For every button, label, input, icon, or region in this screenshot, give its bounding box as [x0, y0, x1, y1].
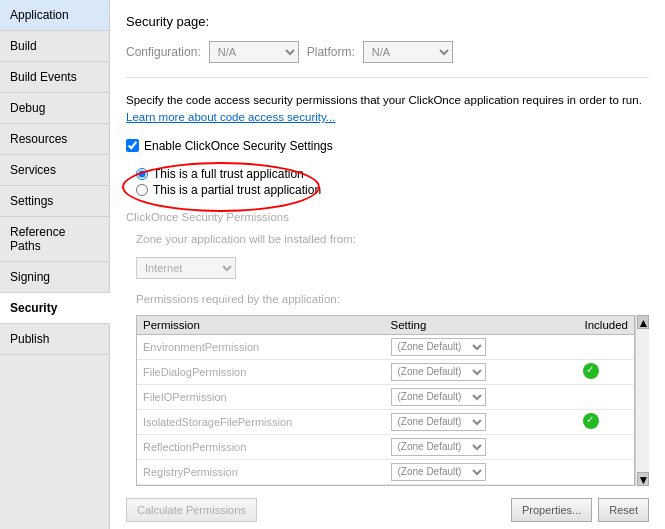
config-select[interactable]: N/A	[209, 41, 299, 63]
permission-setting: (Zone Default)	[385, 409, 549, 434]
sidebar-item-security[interactable]: Security	[0, 293, 110, 324]
reset-button[interactable]: Reset	[598, 498, 649, 522]
divider	[126, 77, 649, 78]
full-trust-radio[interactable]	[136, 168, 148, 180]
properties-button[interactable]: Properties...	[511, 498, 592, 522]
enable-checkbox-row: Enable ClickOnce Security Settings	[126, 139, 649, 153]
sidebar-item-debug[interactable]: Debug	[0, 93, 109, 124]
sidebar-item-settings[interactable]: Settings	[0, 186, 109, 217]
included-cell	[549, 384, 634, 409]
full-trust-row: This is a full trust application	[136, 167, 649, 181]
col-setting: Setting	[385, 316, 549, 335]
sidebar: Application Build Build Events Debug Res…	[0, 0, 110, 529]
sidebar-item-resources[interactable]: Resources	[0, 124, 109, 155]
setting-select: (Zone Default)	[391, 363, 486, 381]
sidebar-item-signing[interactable]: Signing	[0, 262, 109, 293]
partial-trust-row: This is a partial trust application	[136, 183, 649, 197]
permissions-table-container: Permission Setting Included EnvironmentP…	[126, 315, 649, 486]
table-row: FileDialogPermission(Zone Default)	[137, 359, 634, 384]
included-cell	[549, 459, 634, 484]
enable-clickonce-checkbox[interactable]	[126, 139, 139, 152]
table-row: FileIOPermission(Zone Default)	[137, 384, 634, 409]
table-row: RegistryPermission(Zone Default)	[137, 459, 634, 484]
platform-select[interactable]: N/A	[363, 41, 453, 63]
zone-row: Zone your application will be installed …	[136, 233, 649, 245]
table-row: EnvironmentPermission(Zone Default)	[137, 334, 634, 359]
permission-setting: (Zone Default)	[385, 334, 549, 359]
main-content: Security page: Configuration: N/A Platfo…	[110, 0, 665, 529]
calculate-permissions-button[interactable]: Calculate Permissions	[126, 498, 257, 522]
included-cell	[549, 359, 634, 384]
permission-setting: (Zone Default)	[385, 459, 549, 484]
platform-label: Platform:	[307, 45, 355, 59]
setting-select: (Zone Default)	[391, 463, 486, 481]
description-text: Specify the code access security permiss…	[126, 92, 649, 127]
table-row: IsolatedStorageFilePermission(Zone Defau…	[137, 409, 634, 434]
learn-more-link[interactable]: Learn more about code access security...	[126, 111, 335, 123]
scroll-up[interactable]: ▲	[637, 315, 649, 329]
zone-select: Internet	[136, 257, 236, 279]
permission-setting: (Zone Default)	[385, 384, 549, 409]
partial-trust-radio[interactable]	[136, 184, 148, 196]
sidebar-item-build[interactable]: Build	[0, 31, 109, 62]
included-checkmark	[583, 363, 599, 379]
permission-name: IsolatedStorageFilePermission	[137, 409, 385, 434]
setting-select: (Zone Default)	[391, 438, 486, 456]
partial-trust-label: This is a partial trust application	[153, 183, 321, 197]
table-row: ReflectionPermission(Zone Default)	[137, 434, 634, 459]
right-buttons: Properties... Reset	[511, 498, 649, 522]
config-label: Configuration:	[126, 45, 201, 59]
full-trust-label: This is a full trust application	[153, 167, 304, 181]
permission-setting: (Zone Default)	[385, 434, 549, 459]
included-cell	[549, 334, 634, 359]
permissions-table-wrapper: Permission Setting Included EnvironmentP…	[136, 315, 635, 486]
trust-options-group: This is a full trust application This is…	[126, 165, 649, 199]
bottom-buttons-row: Calculate Permissions Properties... Rese…	[126, 498, 649, 522]
setting-select: (Zone Default)	[391, 338, 486, 356]
clickonce-perms-label: ClickOnce Security Permissions	[126, 211, 649, 223]
permission-name: FileDialogPermission	[137, 359, 385, 384]
included-cell	[549, 409, 634, 434]
setting-select: (Zone Default)	[391, 413, 486, 431]
scroll-down[interactable]: ▼	[637, 472, 649, 486]
perms-required-label: Permissions required by the application:	[136, 293, 649, 305]
col-permission: Permission	[137, 316, 385, 335]
col-included: Included	[549, 316, 634, 335]
permission-setting: (Zone Default)	[385, 359, 549, 384]
table-scrollbar[interactable]: ▲ ▼	[635, 315, 649, 486]
zone-label: Zone your application will be installed …	[136, 233, 356, 245]
sidebar-item-reference-paths[interactable]: Reference Paths	[0, 217, 109, 262]
permission-name: ReflectionPermission	[137, 434, 385, 459]
permissions-table: Permission Setting Included EnvironmentP…	[137, 316, 634, 485]
permission-name: RegistryPermission	[137, 459, 385, 484]
page-title: Security page:	[126, 14, 649, 29]
sidebar-item-services[interactable]: Services	[0, 155, 109, 186]
setting-select: (Zone Default)	[391, 388, 486, 406]
sidebar-item-application[interactable]: Application	[0, 0, 109, 31]
zone-select-row: Internet	[136, 257, 649, 279]
enable-checkbox-label: Enable ClickOnce Security Settings	[144, 139, 333, 153]
sidebar-item-publish[interactable]: Publish	[0, 324, 109, 355]
sidebar-item-build-events[interactable]: Build Events	[0, 62, 109, 93]
permission-name: EnvironmentPermission	[137, 334, 385, 359]
included-cell	[549, 434, 634, 459]
config-row: Configuration: N/A Platform: N/A	[126, 41, 649, 63]
included-checkmark	[583, 413, 599, 429]
permission-name: FileIOPermission	[137, 384, 385, 409]
